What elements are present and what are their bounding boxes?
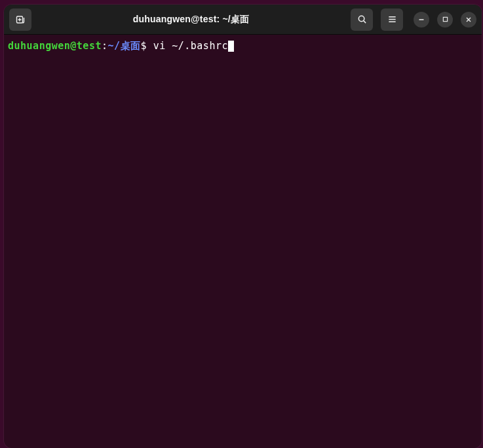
terminal-body[interactable]: duhuangwen@test:~/桌面$ vi ~/.bashrc bbox=[4, 35, 482, 448]
prompt-user-host: duhuangwen@test bbox=[8, 40, 102, 53]
command-text: vi ~/.bashrc bbox=[153, 40, 228, 53]
terminal-cursor bbox=[228, 41, 234, 52]
prompt-colon: : bbox=[102, 40, 108, 53]
menu-button[interactable] bbox=[381, 9, 403, 31]
titlebar-left-group bbox=[9, 9, 31, 31]
new-tab-button[interactable] bbox=[9, 9, 31, 31]
prompt-dollar: $ bbox=[141, 40, 153, 53]
maximize-icon bbox=[442, 16, 448, 22]
minimize-button[interactable] bbox=[414, 12, 429, 28]
hamburger-icon bbox=[387, 14, 397, 24]
titlebar: duhuangwen@test: ~/桌面 bbox=[4, 5, 482, 35]
svg-line-4 bbox=[363, 21, 365, 23]
close-button[interactable] bbox=[461, 12, 476, 28]
minimize-icon bbox=[418, 16, 425, 23]
window-title: duhuangwen@test: ~/桌面 bbox=[31, 14, 351, 26]
terminal-window: duhuangwen@test: ~/桌面 bbox=[4, 5, 482, 448]
close-icon bbox=[465, 16, 472, 23]
svg-rect-9 bbox=[443, 17, 447, 21]
prompt-line: duhuangwen@test:~/桌面$ vi ~/.bashrc bbox=[8, 40, 482, 53]
prompt-path: ~/桌面 bbox=[108, 40, 141, 53]
window-controls bbox=[414, 12, 476, 28]
titlebar-right-group bbox=[351, 9, 476, 31]
svg-point-3 bbox=[358, 16, 364, 21]
search-icon bbox=[357, 14, 367, 24]
new-tab-icon bbox=[15, 14, 26, 25]
maximize-button[interactable] bbox=[437, 12, 453, 28]
search-button[interactable] bbox=[351, 9, 373, 31]
